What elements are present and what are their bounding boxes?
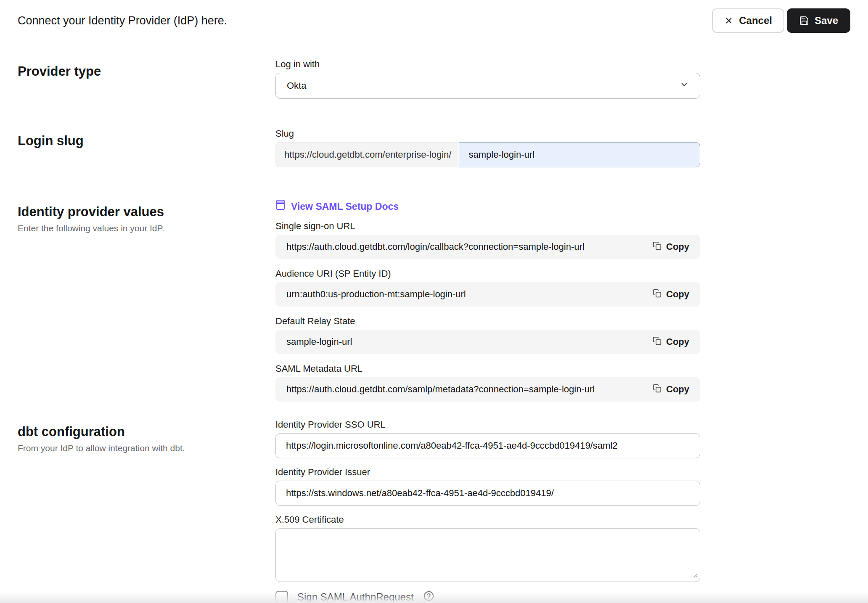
copy-icon: [653, 336, 662, 348]
sso-url-readonly-value: https://auth.cloud.getdbt.com/login/call…: [286, 241, 585, 252]
metadata-url-label: SAML Metadata URL: [275, 363, 700, 374]
copy-relay-state-button[interactable]: Copy: [651, 334, 691, 350]
section-dbt-configuration: dbt configuration From your IdP to allow…: [18, 419, 850, 603]
sign-authn-row: Sign SAML AuthnRequest: [275, 590, 700, 603]
idp-issuer-label: Identity Provider Issuer: [275, 467, 700, 478]
provider-select-value: Okta: [287, 80, 306, 91]
idp-sso-url-label: Identity Provider SSO URL: [275, 419, 700, 430]
login-slug-heading: Login slug: [18, 133, 275, 148]
dbt-configuration-subtitle: From your IdP to allow integration with …: [18, 443, 275, 453]
audience-uri-field-group: Audience URI (SP Entity ID) urn:auth0:us…: [275, 268, 700, 307]
idp-values-subtitle: Enter the following values in your IdP.: [18, 223, 275, 233]
idp-values-heading: Identity provider values: [18, 204, 275, 220]
relay-state-label: Default Relay State: [275, 316, 700, 327]
view-saml-docs-label: View SAML Setup Docs: [291, 200, 399, 213]
copy-icon: [653, 384, 662, 395]
copy-metadata-url-button[interactable]: Copy: [651, 381, 691, 398]
provider-select[interactable]: Okta: [275, 73, 700, 99]
slug-url-prefix: https://cloud.getdbt.com/enterprise-logi…: [275, 142, 459, 167]
help-icon[interactable]: [423, 590, 434, 603]
slug-label: Slug: [275, 128, 700, 139]
resize-grip-icon[interactable]: [692, 572, 698, 579]
copy-button-label: Copy: [666, 241, 689, 252]
metadata-url-field-group: SAML Metadata URL https://auth.cloud.get…: [275, 363, 700, 402]
sso-settings-page: Connect your Identity Provider (IdP) her…: [0, 0, 868, 603]
copy-button-label: Copy: [666, 289, 689, 300]
copy-sso-url-button[interactable]: Copy: [651, 239, 691, 255]
dbt-configuration-heading: dbt configuration: [18, 424, 275, 439]
idp-sso-url-input[interactable]: [275, 433, 700, 458]
section-provider-type: Provider type Log in with Okta: [18, 59, 850, 99]
sso-url-field-group: Single sign-on URL https://auth.cloud.ge…: [275, 221, 700, 259]
save-button[interactable]: Save: [787, 8, 850, 33]
sign-authn-label: Sign SAML AuthnRequest: [297, 591, 414, 603]
copy-audience-uri-button[interactable]: Copy: [651, 286, 691, 303]
sso-url-readonly-label: Single sign-on URL: [275, 221, 700, 232]
slug-field-group: https://cloud.getdbt.com/enterprise-logi…: [275, 142, 700, 167]
relay-state-field-group: Default Relay State sample-login-url Cop…: [275, 316, 700, 354]
section-idp-values: Identity provider values Enter the follo…: [18, 199, 850, 402]
chevron-down-icon: [680, 80, 689, 92]
relay-state-readonly-field: sample-login-url Copy: [275, 330, 700, 354]
idp-issuer-input[interactable]: [275, 481, 700, 506]
copy-icon: [653, 289, 662, 300]
cancel-button-label: Cancel: [739, 15, 772, 26]
view-saml-docs-link[interactable]: View SAML Setup Docs: [275, 199, 399, 213]
close-icon: [724, 16, 733, 25]
header: Connect your Identity Provider (IdP) her…: [18, 0, 850, 33]
login-with-label: Log in with: [275, 59, 700, 70]
x509-certificate-textarea[interactable]: [275, 528, 700, 582]
sso-url-readonly-field: https://auth.cloud.getdbt.com/login/call…: [275, 235, 700, 259]
copy-button-label: Copy: [666, 384, 689, 395]
relay-state-value: sample-login-url: [286, 336, 352, 347]
metadata-url-readonly-field: https://auth.cloud.getdbt.com/samlp/meta…: [275, 377, 700, 402]
x509-certificate-label: X.509 Certificate: [275, 514, 700, 525]
section-login-slug: Login slug Slug https://cloud.getdbt.com…: [18, 128, 850, 167]
cancel-button[interactable]: Cancel: [712, 8, 784, 33]
copy-icon: [653, 241, 662, 253]
audience-uri-readonly-field: urn:auth0:us-production-mt:sample-login-…: [275, 282, 700, 307]
slug-input[interactable]: [459, 142, 700, 167]
save-button-label: Save: [815, 15, 838, 26]
copy-button-label: Copy: [666, 336, 689, 347]
metadata-url-value: https://auth.cloud.getdbt.com/samlp/meta…: [286, 384, 595, 395]
sign-authn-checkbox[interactable]: [275, 591, 288, 603]
provider-type-heading: Provider type: [18, 64, 275, 79]
audience-uri-value: urn:auth0:us-production-mt:sample-login-…: [286, 289, 466, 300]
page-intro: Connect your Identity Provider (IdP) her…: [18, 14, 227, 27]
document-icon: [275, 199, 286, 213]
save-icon: [799, 16, 809, 26]
header-actions: Cancel Save: [712, 8, 850, 33]
audience-uri-label: Audience URI (SP Entity ID): [275, 268, 700, 279]
